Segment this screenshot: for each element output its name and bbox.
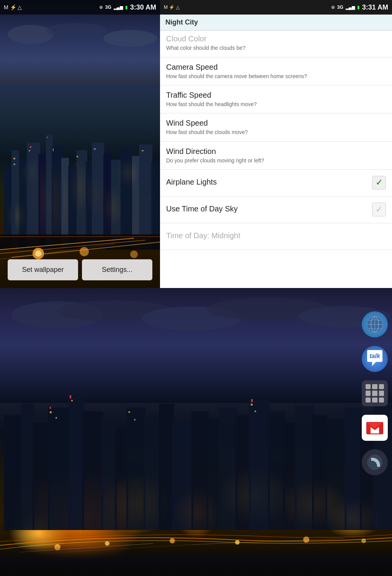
svg-rect-49 [69, 396, 84, 530]
svg-rect-20 [53, 148, 54, 151]
svg-rect-78 [50, 407, 51, 409]
location-icon: ⊕ [99, 5, 103, 10]
setting-text-wind-speed: Wind Speed How fast should the clouds mo… [166, 119, 386, 136]
bottom-action-buttons: Set wallpaper Settings... [0, 259, 160, 280]
status-icons-right: M ⚡ △ [164, 5, 180, 10]
svg-point-83 [235, 540, 240, 545]
phone-app-icon[interactable] [361, 449, 388, 476]
key-7 [366, 398, 371, 403]
svg-line-32 [0, 244, 115, 259]
svg-rect-22 [13, 164, 15, 165]
svg-text:talk: talk [369, 353, 381, 359]
svg-line-30 [0, 240, 145, 254]
setting-text-traffic-speed: Traffic Speed How fast should the headli… [166, 91, 386, 108]
svg-rect-24 [77, 156, 78, 157]
svg-rect-23 [29, 150, 30, 151]
setting-title-time-of-day: Time of Day: Midnight [166, 231, 386, 240]
talk-icon: talk [362, 346, 388, 372]
setting-text-use-time-of-day-sky: Use Time of Day Sky [166, 205, 372, 214]
svg-rect-18 [30, 146, 31, 148]
time-right: 3:31 AM [362, 3, 388, 11]
svg-rect-61 [249, 400, 270, 530]
checkmark-time-of-day-sky: ✓ [376, 205, 382, 214]
setting-text-time-of-day: Time of Day: Midnight [166, 231, 386, 241]
setting-title-use-time-of-day-sky: Use Time of Day Sky [166, 205, 372, 213]
status-icons-left: M ⚡ △ [4, 4, 22, 10]
setting-text-cloud-color: Cloud Color What color should the clouds… [166, 34, 386, 51]
gmail-app-icon[interactable] [361, 414, 388, 441]
settings-panel: M ⚡ △ ⊕ 3G ▂▄▆ ▮ 3:31 AM Night City Clou… [160, 0, 392, 288]
talk-app-icon[interactable]: talk [361, 345, 388, 372]
svg-point-95 [368, 455, 382, 470]
setting-title-airplane-lights: Airplane Lights [166, 178, 372, 187]
svg-rect-79 [251, 399, 253, 402]
svg-point-39 [103, 30, 157, 47]
setting-text-wind-direction: Wind Direction Do you prefer clouds movi… [166, 147, 386, 164]
svg-rect-26 [142, 150, 144, 151]
setting-subtitle-wind-speed: How fast should the clouds move? [166, 129, 386, 136]
use-time-of-day-sky-checkbox[interactable]: ✓ [372, 203, 386, 216]
svg-rect-72 [71, 400, 73, 401]
setting-title-wind-direction: Wind Direction [166, 147, 386, 156]
location-icon-right: ⊕ [331, 5, 335, 10]
notification-icons-right: M ⚡ △ [164, 5, 180, 10]
svg-point-82 [170, 538, 175, 543]
setting-subtitle-cloud-color: What color should the clouds be? [166, 44, 386, 51]
svg-rect-21 [13, 158, 15, 159]
signal-bars-left: ▂▄▆ [114, 5, 123, 10]
setting-subtitle-wind-direction: Do you prefer clouds moving right or lef… [166, 157, 386, 164]
battery-left: ▮ [125, 5, 128, 10]
setting-item-traffic-speed[interactable]: Traffic Speed How fast should the headli… [160, 85, 392, 113]
airplane-lights-checkbox[interactable]: ✓ [372, 176, 386, 190]
set-wallpaper-button[interactable]: Set wallpaper [8, 259, 78, 280]
clouds-left [0, 19, 160, 65]
setting-title-cloud-color: Cloud Color [166, 34, 386, 43]
wallpaper-preview-panel: M ⚡ △ ⊕ 3G ▂▄▆ ▮ 3:30 AM [0, 0, 160, 288]
phone-icon [362, 449, 388, 475]
key-6 [379, 391, 384, 396]
setting-item-cloud-color[interactable]: Cloud Color What color should the clouds… [160, 31, 392, 57]
key-9 [379, 398, 384, 403]
svg-rect-19 [47, 137, 48, 138]
setting-text-airplane-lights: Airplane Lights [166, 178, 372, 188]
setting-title-traffic-speed: Traffic Speed [166, 91, 386, 100]
gmail-icon [362, 415, 388, 441]
setting-item-wind-direction[interactable]: Wind Direction Do you prefer clouds movi… [160, 142, 392, 170]
setting-item-use-time-of-day-sky[interactable]: Use Time of Day Sky ✓ [160, 196, 392, 223]
setting-subtitle-traffic-speed: How fast should the headlights move? [166, 101, 386, 108]
svg-rect-71 [56, 417, 57, 419]
key-2 [372, 384, 377, 389]
key-3 [379, 384, 384, 389]
time-left: 3:30 AM [130, 3, 156, 11]
svg-point-37 [8, 25, 54, 44]
home-clouds [0, 296, 392, 353]
svg-rect-70 [50, 411, 52, 413]
signal-bars-right: ▂▄▆ [346, 5, 355, 10]
setting-title-camera-speed: Camera Speed [166, 63, 386, 72]
svg-rect-75 [251, 404, 253, 406]
keyboard-icon [362, 380, 388, 406]
home-ground [0, 545, 392, 576]
signal-indicator-right: 3G [337, 5, 343, 10]
setting-text-camera-speed: Camera Speed How fast should the camera … [166, 63, 386, 80]
setting-item-time-of-day[interactable]: Time of Day: Midnight [160, 223, 392, 250]
notification-icons-left: M ⚡ △ [4, 4, 22, 10]
home-city-skyline [0, 385, 392, 530]
svg-point-35 [80, 247, 89, 256]
settings-button[interactable]: Settings... [82, 259, 152, 280]
status-bar-right: M ⚡ △ ⊕ 3G ▂▄▆ ▮ 3:31 AM [160, 0, 392, 15]
svg-rect-25 [94, 148, 96, 150]
browser-app-icon[interactable] [361, 311, 388, 338]
setting-item-wind-speed[interactable]: Wind Speed How fast should the clouds mo… [160, 113, 392, 141]
key-4 [366, 391, 371, 396]
svg-rect-76 [255, 411, 256, 412]
keyboard-app-icon[interactable] [361, 380, 388, 407]
setting-item-airplane-lights[interactable]: Airplane Lights ✓ [160, 170, 392, 196]
battery-right: ▮ [357, 5, 360, 10]
settings-list: Cloud Color What color should the clouds… [160, 31, 392, 288]
checkmark-airplane-lights: ✓ [376, 178, 382, 188]
home-app-icons: talk [361, 311, 388, 476]
svg-point-38 [46, 23, 107, 38]
setting-item-camera-speed[interactable]: Camera Speed How fast should the camera … [160, 57, 392, 85]
svg-rect-77 [70, 395, 71, 398]
